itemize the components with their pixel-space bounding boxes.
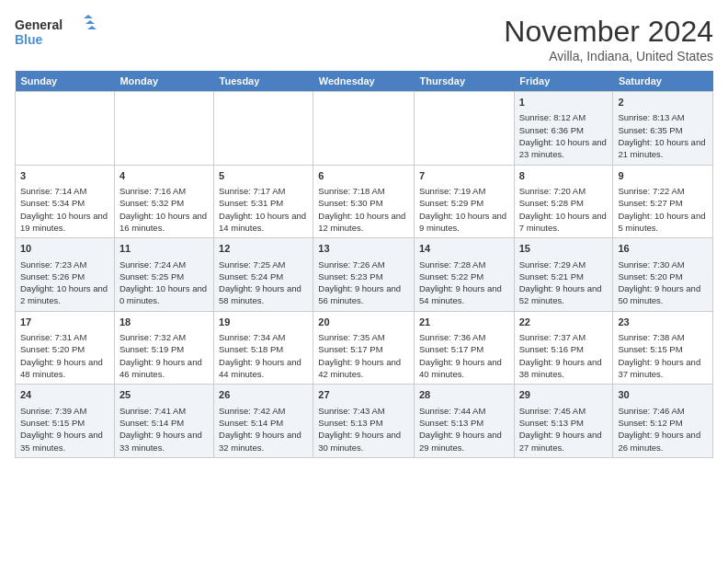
cell-content: Sunset: 5:17 PM [318,343,409,355]
cell-content: Sunset: 5:21 PM [519,270,609,282]
day-number: 12 [219,242,308,256]
calendar-cell: 4Sunrise: 7:16 AMSunset: 5:32 PMDaylight… [114,165,213,238]
calendar-cell: 9Sunrise: 7:22 AMSunset: 5:27 PMDaylight… [613,165,713,238]
calendar-cell: 11Sunrise: 7:24 AMSunset: 5:25 PMDayligh… [114,238,213,312]
day-number: 13 [318,242,409,256]
svg-marker-4 [87,26,97,29]
cell-content: Daylight: 9 hours and 35 minutes. [20,429,109,454]
cell-content: Sunrise: 8:12 AM [519,111,609,123]
cell-content: Sunset: 5:15 PM [618,343,708,355]
day-number: 10 [20,242,109,256]
cell-content: Sunset: 5:16 PM [519,343,609,355]
cell-content: Sunset: 5:23 PM [318,270,409,282]
day-number: 30 [618,388,708,402]
day-number: 15 [519,242,609,256]
cell-content: Daylight: 9 hours and 42 minutes. [318,356,409,381]
calendar-cell: 28Sunrise: 7:44 AMSunset: 5:13 PMDayligh… [415,385,515,458]
cell-content: Sunrise: 7:29 AM [519,259,609,270]
cell-content: Daylight: 10 hours and 7 minutes. [519,210,609,235]
logo: General Blue [15,15,97,52]
calendar-cell: 19Sunrise: 7:34 AMSunset: 5:18 PMDayligh… [214,311,313,385]
cell-content: Sunrise: 7:28 AM [419,259,509,270]
calendar-cell: 20Sunrise: 7:35 AMSunset: 5:17 PMDayligh… [313,311,415,385]
cell-content: Sunrise: 8:13 AM [618,111,708,123]
day-number: 16 [618,242,708,256]
day-number: 14 [419,242,509,256]
calendar-cell: 26Sunrise: 7:42 AMSunset: 5:14 PMDayligh… [214,385,313,458]
calendar-week-row: 3Sunrise: 7:14 AMSunset: 5:34 PMDaylight… [16,165,713,238]
cell-content: Daylight: 10 hours and 23 minutes. [519,136,609,161]
calendar-cell: 21Sunrise: 7:36 AMSunset: 5:17 PMDayligh… [415,311,515,385]
logo-svg: General Blue [15,15,97,52]
day-number: 11 [119,242,209,256]
cell-content: Daylight: 9 hours and 58 minutes. [219,282,308,307]
cell-content: Sunset: 5:25 PM [119,270,209,282]
cell-content: Sunset: 5:32 PM [119,197,209,209]
cell-content: Daylight: 10 hours and 9 minutes. [419,210,509,235]
cell-content: Sunset: 5:22 PM [419,270,509,282]
column-header-tuesday: Tuesday [214,71,313,92]
day-number: 27 [318,388,409,402]
calendar-cell: 15Sunrise: 7:29 AMSunset: 5:21 PMDayligh… [514,238,613,312]
title-area: November 2024 Avilla, Indiana, United St… [504,15,713,63]
cell-content: Sunset: 5:13 PM [519,417,609,429]
cell-content: Sunrise: 7:26 AM [318,259,409,270]
cell-content: Sunrise: 7:30 AM [618,259,708,270]
calendar-cell: 30Sunrise: 7:46 AMSunset: 5:12 PMDayligh… [613,385,713,458]
day-number: 22 [519,316,609,329]
day-number: 2 [618,96,708,109]
day-number: 4 [119,169,209,183]
calendar-cell [16,92,115,166]
cell-content: Sunset: 5:34 PM [20,197,109,209]
svg-marker-2 [84,15,93,18]
cell-content: Sunset: 5:17 PM [419,343,509,355]
calendar-week-row: 10Sunrise: 7:23 AMSunset: 5:26 PMDayligh… [16,238,713,312]
calendar-cell [114,92,213,166]
cell-content: Sunset: 5:12 PM [618,417,708,429]
cell-content: Daylight: 10 hours and 2 minutes. [20,282,109,307]
cell-content: Sunrise: 7:17 AM [219,185,308,197]
cell-content: Sunset: 5:15 PM [20,417,109,429]
cell-content: Sunset: 5:19 PM [119,343,209,355]
column-header-sunday: Sunday [16,71,115,92]
day-number: 8 [519,169,609,183]
calendar-header-row: SundayMondayTuesdayWednesdayThursdayFrid… [16,71,713,92]
day-number: 24 [20,388,109,402]
day-number: 26 [219,388,308,402]
cell-content: Daylight: 9 hours and 27 minutes. [519,429,609,454]
cell-content: Daylight: 9 hours and 32 minutes. [219,429,308,454]
cell-content: Sunset: 5:30 PM [318,197,409,209]
cell-content: Sunrise: 7:19 AM [419,185,509,197]
cell-content: Daylight: 10 hours and 14 minutes. [219,210,308,235]
cell-content: Sunrise: 7:32 AM [119,331,209,343]
calendar-week-row: 24Sunrise: 7:39 AMSunset: 5:15 PMDayligh… [16,385,713,458]
calendar-cell: 7Sunrise: 7:19 AMSunset: 5:29 PMDaylight… [415,165,515,238]
page-header: General Blue November 2024 Avilla, India… [15,15,713,63]
cell-content: Sunset: 5:14 PM [219,417,308,429]
cell-content: Daylight: 10 hours and 21 minutes. [618,136,708,161]
day-number: 19 [219,316,308,329]
cell-content: Daylight: 9 hours and 44 minutes. [219,356,308,381]
column-header-friday: Friday [514,71,613,92]
calendar-cell: 3Sunrise: 7:14 AMSunset: 5:34 PMDaylight… [16,165,115,238]
day-number: 5 [219,169,308,183]
cell-content: Sunrise: 7:39 AM [20,405,109,417]
cell-content: Sunset: 5:31 PM [219,197,308,209]
cell-content: Sunset: 5:28 PM [519,197,609,209]
day-number: 7 [419,169,509,183]
calendar-cell [214,92,313,166]
calendar-cell: 2Sunrise: 8:13 AMSunset: 6:35 PMDaylight… [613,92,713,166]
cell-content: Daylight: 9 hours and 40 minutes. [419,356,509,381]
cell-content: Sunrise: 7:45 AM [519,405,609,417]
cell-content: Sunrise: 7:20 AM [519,185,609,197]
cell-content: Sunrise: 7:38 AM [618,331,708,343]
calendar-cell: 22Sunrise: 7:37 AMSunset: 5:16 PMDayligh… [514,311,613,385]
cell-content: Daylight: 9 hours and 30 minutes. [318,429,409,454]
column-header-monday: Monday [114,71,213,92]
cell-content: Daylight: 10 hours and 19 minutes. [20,210,109,235]
calendar-week-row: 1Sunrise: 8:12 AMSunset: 6:36 PMDaylight… [16,92,713,166]
calendar-cell: 29Sunrise: 7:45 AMSunset: 5:13 PMDayligh… [514,385,613,458]
calendar-cell: 24Sunrise: 7:39 AMSunset: 5:15 PMDayligh… [16,385,115,458]
cell-content: Sunset: 5:26 PM [20,270,109,282]
calendar-cell: 1Sunrise: 8:12 AMSunset: 6:36 PMDaylight… [514,92,613,166]
